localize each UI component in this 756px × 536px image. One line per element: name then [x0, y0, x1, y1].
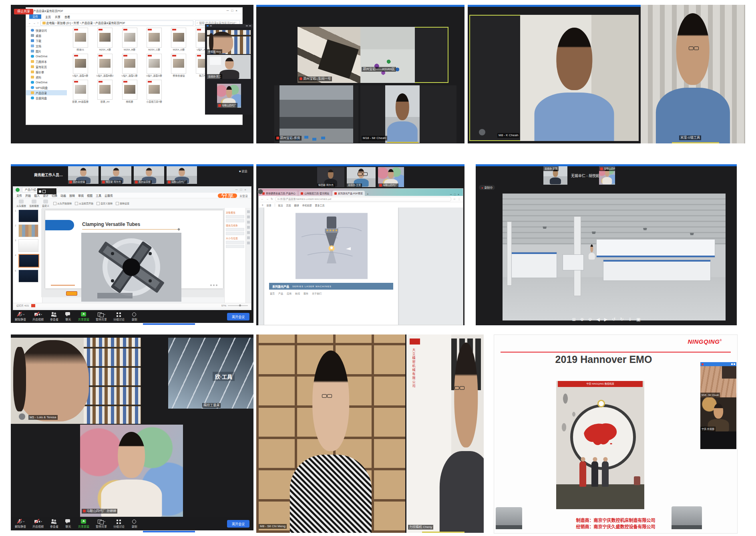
slide-thumbnail[interactable]: 1 — [15, 210, 40, 222]
sidebar-item[interactable]: 资料 — [26, 75, 67, 80]
download-icon[interactable]: ⇓ — [628, 317, 632, 322]
print-icon[interactable]: ▣ — [636, 317, 640, 322]
panel-field[interactable] — [226, 232, 244, 235]
toolbar-option[interactable]: 放映设置 — [116, 202, 129, 205]
ribbon-button[interactable]: 自定义 — [42, 199, 49, 208]
tab-share[interactable]: 共享 — [55, 15, 60, 19]
tab-view[interactable]: 查看 — [64, 15, 70, 19]
back-icon[interactable]: ← — [28, 22, 31, 24]
menu-icon[interactable]: ≡ — [262, 204, 263, 206]
meeting-toolbar-item[interactable]: ▾ 开启视频 — [32, 312, 44, 321]
file-item[interactable]: M25X_A册 — [94, 28, 116, 51]
meeting-toolbar-item[interactable]: 参会者 — [50, 519, 58, 528]
url-input[interactable]: D:/外贸/产品目录/SERIES-LASER-MACHINES.pdf — [275, 197, 451, 202]
meeting-toolbar-item[interactable]: ▾ 解除静音 — [15, 519, 26, 528]
forward-icon[interactable]: → — [266, 197, 269, 200]
menu-item[interactable]: 开始 — [25, 193, 31, 197]
meeting-toolbar-item[interactable]: 分组讨论 — [113, 519, 125, 528]
caret-down-icon[interactable]: ▾ — [104, 520, 105, 523]
menu-item[interactable]: 动画 — [60, 193, 66, 197]
meeting-toolbar-item[interactable]: 录制 — [131, 519, 138, 528]
meeting-toolbar-item[interactable]: ▾ 开启视频 — [32, 519, 44, 528]
up-icon[interactable]: ↑ — [37, 22, 39, 24]
caret-down-icon[interactable]: ▾ — [41, 313, 42, 316]
caret-down-icon[interactable]: ▾ — [104, 313, 105, 316]
pdf-tool[interactable]: 高亮 — [286, 204, 291, 207]
caret-down-icon[interactable]: ▾ — [23, 520, 24, 523]
slide-thumbnail[interactable]: 5 — [15, 270, 40, 282]
sidebar-item[interactable]: 下载 — [26, 38, 67, 43]
panel-field[interactable] — [226, 228, 244, 231]
meeting-toolbar-item[interactable]: 参会者 — [50, 312, 58, 321]
panel-field[interactable] — [226, 219, 244, 222]
caret-down-icon[interactable]: ▾ — [23, 313, 24, 316]
sidebar-item[interactable]: 文档 — [26, 43, 67, 48]
browser-tab[interactable]: 整体硬质合金刀具-产品中心 — [260, 191, 298, 196]
sidebar-item[interactable]: 宣传彩页 — [26, 64, 67, 69]
nav-link[interactable]: 新闻 — [295, 292, 300, 295]
file-item[interactable]: 整体合金钻 — [168, 54, 190, 77]
tab-home[interactable]: 主页 — [45, 15, 51, 19]
zoom-control[interactable]: 57% — [221, 304, 248, 307]
menu-item[interactable]: 放映 — [69, 193, 75, 197]
window-controls[interactable]: ─□× — [450, 193, 461, 196]
ribbon-button[interactable]: 当前播放 — [29, 199, 39, 208]
forward-icon[interactable]: → — [33, 22, 36, 24]
sidebar-item[interactable]: 快速访问 — [26, 28, 67, 33]
file-item[interactable]: 目录_A4 — [94, 80, 116, 103]
file-item[interactable]: U钻T_选型D册 — [143, 54, 165, 77]
menu-item[interactable]: 审阅 — [78, 193, 84, 197]
nav-link[interactable]: 产品 — [278, 292, 283, 295]
meeting-toolbar-item[interactable]: 共享屏幕 — [78, 312, 89, 321]
sidebar-item[interactable]: 图片 — [26, 48, 67, 54]
thumbnails-icon[interactable]: ⊞ — [572, 317, 576, 322]
window-controls[interactable]: ─□× — [235, 188, 249, 191]
menu-item[interactable]: 文件 — [16, 193, 22, 197]
caret-down-icon[interactable]: ▾ — [41, 520, 42, 523]
tab-file[interactable]: 文件 — [29, 14, 41, 19]
nav-link[interactable]: 首页 — [270, 292, 275, 295]
floating-control-icon[interactable] — [258, 189, 263, 194]
file-item[interactable]: M25X_C册 — [143, 28, 165, 51]
sidebar-item[interactable]: 刀具样本 — [26, 59, 67, 64]
toolbar-option[interactable]: 自定义放映 — [97, 202, 113, 205]
menu-item[interactable]: 云服务 — [105, 193, 113, 197]
slide-thumbnail[interactable]: 3 — [15, 239, 40, 252]
media-controls[interactable] — [51, 284, 217, 287]
meeting-toolbar-item[interactable]: ▾ 暂停共享 — [96, 519, 107, 528]
bookmark-icon[interactable]: ☆ — [453, 197, 456, 201]
pdf-tool[interactable]: 批注 — [278, 204, 283, 207]
panel-field[interactable] — [226, 215, 244, 218]
slide-thumbnail[interactable]: 2 — [15, 224, 40, 237]
slide-thumbnail[interactable]: 4 — [15, 254, 40, 268]
share-pill-button[interactable]: 分享 — [218, 193, 237, 198]
pdf-tool[interactable]: 手机投屏 — [302, 204, 312, 207]
back-icon[interactable]: ← — [261, 197, 264, 200]
rotate-right-icon[interactable]: ↻ — [620, 317, 623, 322]
zoom-out-icon[interactable]: ⊖ — [588, 317, 592, 322]
sidebar-item[interactable]: 百度网盘 — [26, 95, 67, 101]
ribbon-button[interactable]: 从头播放 — [16, 199, 26, 208]
panel-titlebar[interactable] — [700, 362, 736, 366]
nav-link[interactable]: 应用 — [287, 292, 292, 295]
next-icon[interactable]: ▶ — [604, 317, 607, 322]
nav-link[interactable]: 服务 — [304, 292, 308, 295]
sharing-control-overlay[interactable] — [37, 188, 56, 194]
sidebar-item[interactable]: OneDrive — [26, 54, 67, 59]
file-item[interactable]: 目录_B4选型册 — [69, 80, 91, 103]
stop-share-button[interactable]: 停止共享 — [14, 9, 33, 14]
strip-titlebar[interactable] — [205, 24, 253, 28]
pdf-tool[interactable]: 更多工具 — [315, 204, 325, 207]
file-item[interactable]: U钻T_选型B册2 — [94, 54, 116, 77]
nav-link[interactable]: 关于我们 — [312, 292, 322, 295]
panel-field[interactable] — [226, 245, 244, 248]
pdf-tool[interactable]: 翻译 — [294, 204, 299, 207]
file-item[interactable]: U钻T_选型C册 — [119, 54, 141, 77]
meeting-toolbar-item[interactable]: 聊天 — [65, 519, 72, 528]
breadcrumb[interactable]: 此电脑 › 新加卷 (D:) › 外贸 › 产品目录 › 产品目录&宣传彩页PD… — [40, 20, 194, 26]
refresh-icon[interactable]: ↻ — [271, 197, 273, 201]
toc-button[interactable]: 目录 — [267, 204, 271, 207]
zoom-in-icon[interactable]: ⊕ — [580, 317, 584, 322]
sidebar-item[interactable]: 产品目录 — [26, 90, 67, 95]
file-item[interactable]: 样机册 — [119, 80, 141, 103]
